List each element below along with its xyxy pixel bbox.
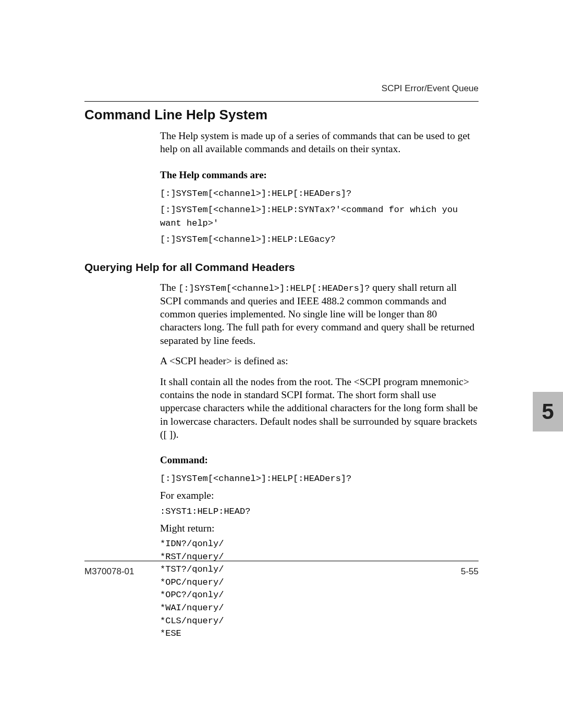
help-commands-label: The Help commands are:: [160, 169, 479, 181]
subsection-para2: A <SCPI header> is defined as:: [160, 354, 479, 367]
footer-wrap: M370078-01 5-55: [0, 545, 563, 577]
intro-paragraph: The Help system is made up of a series o…: [160, 129, 479, 156]
example-code: :SYST1:HELP:HEAD?: [160, 505, 479, 519]
help-command-3: [:]SYSTem[<channel>]:HELP:LEGacy?: [160, 233, 479, 246]
command-line: [:]SYSTem[<channel>]:HELP[:HEADers]?: [160, 472, 479, 486]
chapter-tab: 5: [533, 392, 563, 431]
para1-prefix: The: [160, 282, 178, 293]
page-footer: M370078-01 5-55: [84, 566, 479, 577]
page-content: SCPI Error/Event Queue Command Line Help…: [0, 0, 563, 640]
running-header: SCPI Error/Event Queue: [84, 83, 479, 94]
command-label: Command:: [160, 454, 479, 466]
bottom-rule: [84, 561, 479, 561]
help-command-1: [:]SYSTem[<channel>]:HELP[:HEADers]?: [160, 187, 479, 201]
subsection-para3: It shall contain all the nodes from the …: [160, 375, 479, 441]
might-return-text: Might return:: [160, 522, 479, 535]
top-rule: [84, 101, 479, 102]
para1-inline-code: [:]SYSTem[<channel>]:HELP[:HEADers]?: [178, 283, 370, 293]
footer-left: M370078-01: [84, 566, 134, 577]
subsection-para1: The [:]SYSTem[<channel>]:HELP[:HEADers]?…: [160, 281, 479, 347]
help-command-2: [:]SYSTem[<channel>]:HELP:SYNTax?'<comma…: [160, 203, 479, 230]
section-title: Command Line Help System: [84, 107, 479, 123]
for-example-text: For example:: [160, 489, 479, 502]
subsection-title: Querying Help for all Command Headers: [84, 261, 479, 274]
footer-right: 5-55: [461, 566, 479, 577]
